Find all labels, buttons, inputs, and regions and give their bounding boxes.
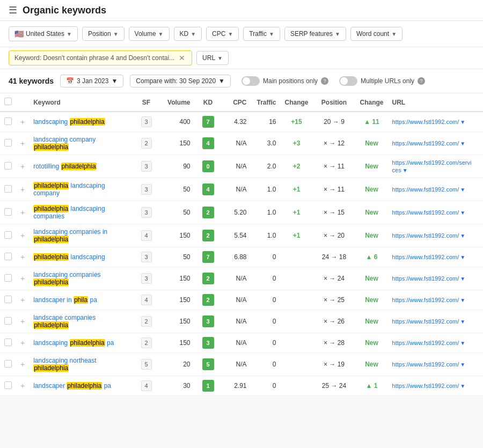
row-url[interactable]: https://www.fstl1992.com/▼ [388,178,483,201]
url-dropdown-icon[interactable]: ▼ [402,167,408,173]
row-checkbox[interactable] [0,201,16,224]
row-traffic: 0 [251,267,281,290]
row-checkbox[interactable] [0,112,16,132]
row-url[interactable]: https://www.fstl1992.com/▼ [388,201,483,224]
row-position: × → 11 [313,178,356,201]
row-keyword[interactable]: landscaping northeast philadelphia [29,353,135,376]
row-url[interactable]: https://www.fstl1992.com/▼ [388,376,483,396]
row-add[interactable]: + [16,310,29,333]
row-checkbox[interactable] [0,155,16,178]
url-dropdown-icon[interactable]: ▼ [460,141,465,146]
volume-filter[interactable]: Volume ▼ [129,27,170,41]
row-url[interactable]: https://www.fstl1992.com/▼ [388,267,483,290]
main-positions-toggle[interactable] [241,76,260,86]
col-position[interactable]: Position [313,93,356,112]
url-dropdown-icon[interactable]: ▼ [460,276,465,282]
row-checkbox[interactable] [0,290,16,310]
col-volume[interactable]: Volume [157,93,195,112]
row-url[interactable]: https://www.fstl1992.com/▼ [388,224,483,247]
row-checkbox[interactable] [0,267,16,290]
url-dropdown-icon[interactable]: ▼ [460,233,465,239]
row-url[interactable]: https://www.fstl1992.com/servi ces▼ [388,155,483,178]
row-add[interactable]: + [16,290,29,310]
row-keyword[interactable]: landscaping philadelphia pa [29,333,135,353]
url-dropdown-icon[interactable]: ▼ [460,187,465,193]
close-icon[interactable]: ✕ [178,54,186,62]
row-url[interactable]: https://www.fstl1992.com/▼ [388,112,483,132]
col-change2[interactable]: Change [356,93,388,112]
url-dropdown-icon[interactable]: ▼ [460,340,465,346]
col-kd[interactable]: KD [195,93,222,112]
col-select-all[interactable] [0,93,16,112]
row-keyword[interactable]: philadelphia landscaping company [29,178,135,201]
row-keyword[interactable]: landscaping companies philadelphia [29,267,135,290]
wordcount-filter[interactable]: Word count ▼ [350,27,402,41]
row-add[interactable]: + [16,201,29,224]
row-add[interactable]: + [16,178,29,201]
row-add[interactable]: + [16,112,29,132]
row-keyword[interactable]: landscaping philadelphia [29,112,135,132]
row-checkbox[interactable] [0,132,16,155]
row-keyword[interactable]: landscaper philadelphia pa [29,376,135,396]
row-keyword[interactable]: philadelphia landscaping [29,247,135,267]
row-sf: 3 [136,201,157,224]
row-pos-change: ▲ 1 [356,376,388,396]
row-add[interactable]: + [16,247,29,267]
kd-filter[interactable]: KD ▼ [174,27,202,41]
col-traffic[interactable]: Traffic [251,93,281,112]
row-keyword[interactable]: landscape companies philadelphia [29,310,135,333]
row-checkbox[interactable] [0,224,16,247]
row-sf: 3 [136,178,157,201]
cpc-filter[interactable]: CPC ▼ [206,27,239,41]
col-change1[interactable]: Change [281,93,313,112]
position-filter[interactable]: Position ▼ [82,27,125,41]
row-checkbox[interactable] [0,333,16,353]
row-pos-change: New [356,178,388,201]
main-positions-help-icon[interactable]: ? [321,77,328,85]
row-add[interactable]: + [16,155,29,178]
row-keyword[interactable]: rototilling philadelphia [29,155,135,178]
col-cpc[interactable]: CPC [222,93,251,112]
date-picker[interactable]: 📅 3 Jan 2023 ▼ [60,75,123,87]
multiple-urls-help-icon[interactable]: ? [418,77,425,85]
row-keyword[interactable]: landscaping company philadelphia [29,132,135,155]
hamburger-icon[interactable]: ☰ [9,4,17,16]
url-dropdown-icon[interactable]: ▼ [460,383,465,389]
row-url[interactable]: https://www.fstl1992.com/▼ [388,333,483,353]
row-url[interactable]: https://www.fstl1992.com/▼ [388,310,483,333]
row-add[interactable]: + [16,224,29,247]
row-keyword[interactable]: landscaper in phila pa [29,290,135,310]
url-dropdown-icon[interactable]: ▼ [460,362,465,368]
url-dropdown-icon[interactable]: ▼ [460,319,465,325]
traffic-filter[interactable]: Traffic ▼ [243,27,280,41]
url-filter[interactable]: URL ▼ [196,51,229,65]
multiple-urls-toggle[interactable] [339,76,357,86]
row-keyword[interactable]: landscaping companies in philadelphia [29,224,135,247]
row-add[interactable]: + [16,132,29,155]
row-checkbox[interactable] [0,353,16,376]
row-url[interactable]: https://www.fstl1992.com/▼ [388,247,483,267]
url-dropdown-icon[interactable]: ▼ [460,210,465,216]
col-keyword[interactable]: Keyword [29,93,135,112]
row-checkbox[interactable] [0,247,16,267]
row-checkbox[interactable] [0,310,16,333]
row-keyword[interactable]: philadelphia landscaping companies [29,201,135,224]
row-url[interactable]: https://www.fstl1992.com/▼ [388,290,483,310]
active-filter-text: Keyword: Doesn't contain phrase 4 and Do… [14,54,174,62]
col-sf[interactable]: SF [136,93,157,112]
row-url[interactable]: https://www.fstl1992.com/▼ [388,132,483,155]
row-add[interactable]: + [16,333,29,353]
row-checkbox[interactable] [0,178,16,201]
url-dropdown-icon[interactable]: ▼ [460,297,465,303]
row-add[interactable]: + [16,353,29,376]
compare-btn[interactable]: Compare with: 30 Sep 2020 ▼ [130,75,231,87]
row-checkbox[interactable] [0,376,16,396]
row-url[interactable]: https://www.fstl1992.com/▼ [388,353,483,376]
url-dropdown-icon[interactable]: ▼ [460,254,465,260]
country-filter[interactable]: 🇺🇸 United States ▼ [9,26,78,41]
col-url[interactable]: URL [388,93,483,112]
row-add[interactable]: + [16,267,29,290]
serp-filter[interactable]: SERP features ▼ [284,27,346,41]
url-dropdown-icon[interactable]: ▼ [460,119,465,125]
row-add[interactable]: + [16,376,29,396]
